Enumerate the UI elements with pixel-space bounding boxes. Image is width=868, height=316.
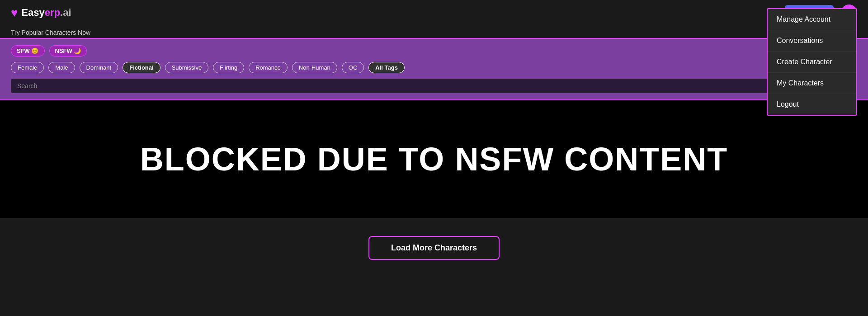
menu-item-conversations[interactable]: Conversations	[768, 30, 856, 52]
dropdown-menu: Manage Account Conversations Create Char…	[767, 8, 857, 116]
nsfw-filter[interactable]: NSFW 🌙	[49, 45, 87, 57]
load-more-section: Load More Characters	[0, 218, 868, 278]
menu-item-create-character[interactable]: Create Character	[768, 52, 856, 73]
header-right: 💬 Discord K Manage Account Conversations…	[785, 5, 857, 21]
dropdown-container: K Manage Account Conversations Create Ch…	[841, 5, 857, 21]
tag-female[interactable]: Female	[11, 62, 44, 73]
tag-romance[interactable]: Romance	[249, 62, 288, 73]
logo-icon: ♥	[11, 6, 18, 20]
filter-mode-row: SFW 😊 NSFW 🌙	[11, 45, 857, 57]
search-container	[11, 79, 857, 93]
logo-ai: .ai	[60, 7, 71, 18]
header: ♥ Easyerp.ai 💬 Discord K Manage Account …	[0, 0, 868, 25]
logo-erp: erp	[45, 7, 60, 18]
tag-all-tags[interactable]: All Tags	[368, 62, 405, 73]
logo: ♥ Easyerp.ai	[11, 6, 71, 20]
load-more-button[interactable]: Load More Characters	[368, 236, 500, 260]
blocked-area: BLOCKED DUE TO NSFW CONTENT	[0, 100, 868, 218]
tag-male[interactable]: Male	[48, 62, 75, 73]
search-input[interactable]	[11, 79, 857, 93]
tag-non-human[interactable]: Non-Human	[292, 62, 337, 73]
menu-item-my-characters[interactable]: My Characters	[768, 73, 856, 94]
sfw-filter[interactable]: SFW 😊	[11, 45, 45, 57]
page-subtitle: Try Popular Characters Now	[0, 25, 868, 38]
menu-item-manage-account[interactable]: Manage Account	[768, 9, 856, 30]
logo-easy: Easy	[21, 7, 44, 18]
tag-dominant[interactable]: Dominant	[80, 62, 118, 73]
tag-fictional[interactable]: Fictional	[123, 62, 160, 73]
tag-flirting[interactable]: Flirting	[213, 62, 244, 73]
tag-oc[interactable]: OC	[342, 62, 364, 73]
logo-text: Easyerp.ai	[21, 7, 71, 19]
tag-submissive[interactable]: Submissive	[165, 62, 208, 73]
tag-row: Female Male Dominant Fictional Submissiv…	[11, 62, 857, 73]
blocked-message: BLOCKED DUE TO NSFW CONTENT	[140, 141, 728, 178]
menu-item-logout[interactable]: Logout	[768, 94, 856, 115]
filter-bar: SFW 😊 NSFW 🌙 Female Male Dominant Fictio…	[0, 38, 868, 100]
